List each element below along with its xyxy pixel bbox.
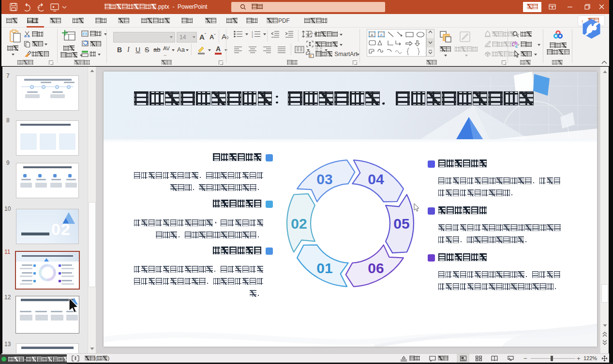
svg-text:04: 04: [368, 171, 384, 187]
svg-text:3: 3: [252, 35, 253, 38]
svg-text:c: c: [515, 44, 518, 48]
svg-text:05: 05: [393, 216, 409, 232]
svg-text:A: A: [310, 30, 313, 35]
svg-text:02: 02: [291, 216, 307, 232]
svg-text:A: A: [371, 33, 374, 37]
svg-text:06: 06: [368, 260, 384, 276]
svg-text:01: 01: [316, 260, 332, 276]
svg-text:03: 03: [316, 171, 332, 187]
svg-text:A: A: [379, 33, 382, 37]
